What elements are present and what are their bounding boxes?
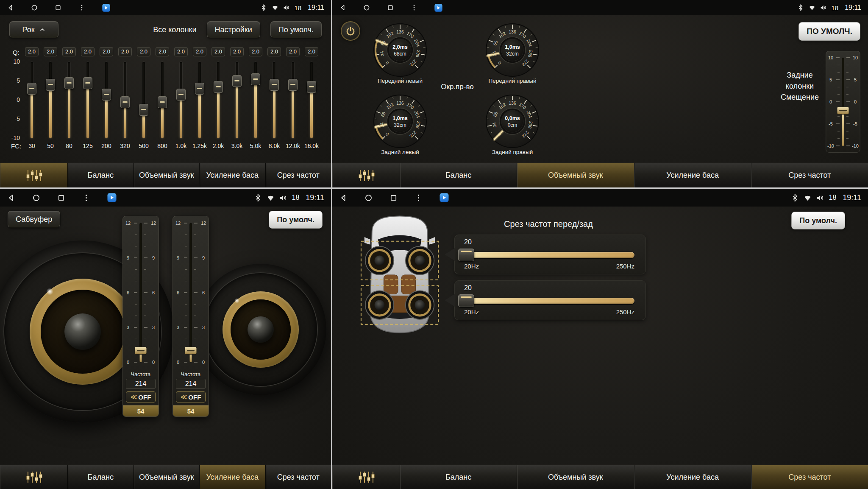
tab-surround-sound[interactable]: Объемный звук — [517, 163, 634, 187]
eq-band-handle[interactable] — [307, 81, 316, 93]
crossover-value: 20 — [464, 238, 472, 246]
tab-equalizer[interactable] — [332, 465, 400, 489]
bluetooth-icon — [797, 4, 804, 11]
menu-dots-icon[interactable] — [410, 4, 418, 11]
subwoofer-off-toggle[interactable]: ≪OFF — [176, 391, 206, 402]
eq-band-handle[interactable] — [288, 79, 298, 91]
nav-back-icon[interactable] — [339, 4, 347, 11]
subwoofer-level-slider[interactable]: 121299663300 — [123, 216, 159, 369]
eq-band-handle[interactable] — [139, 104, 148, 116]
eq-band-handle[interactable] — [27, 83, 36, 95]
slider-scale-label: 6 — [202, 290, 205, 295]
knob-scale-number: 136 — [396, 101, 404, 106]
tab-bass-boost[interactable]: Усиление баса — [200, 465, 266, 489]
eq-freq-label: 30 — [22, 143, 41, 149]
eq-band-fill — [310, 87, 313, 139]
screen-crossover: 1819:11 По умолч. Срез частот перед/зад — [332, 189, 868, 489]
rear-offset-slider-widget[interactable]: 10105500-5-5-10-10 — [826, 51, 860, 153]
eq-band-handle[interactable] — [195, 83, 204, 95]
eq-axis-label: 10 — [0, 58, 20, 65]
tab-crossover[interactable]: Срез частот — [266, 465, 331, 489]
wifi-icon — [808, 4, 816, 11]
delay-knob-dial[interactable]: 034681021361702042382721,0ms32cm — [481, 18, 544, 82]
tab-equalizer[interactable] — [332, 163, 400, 187]
eq-band-handle[interactable] — [46, 79, 55, 91]
eq-band-handle[interactable] — [83, 77, 92, 89]
app-icon[interactable] — [439, 193, 449, 203]
menu-dots-icon[interactable] — [78, 4, 86, 11]
delay-knob-1: 034681021361702042382722,0ms68cmПередний… — [368, 18, 432, 91]
eq-band-handle[interactable] — [102, 89, 111, 101]
eq-freq-label: 320 — [116, 143, 134, 149]
tab-equalizer[interactable] — [0, 465, 68, 489]
tab-bass-boost[interactable]: Усиление баса — [634, 465, 751, 489]
clock-text: 19:11 — [306, 193, 324, 202]
tab-balance[interactable]: Баланс — [400, 163, 517, 187]
crossover-slider-handle[interactable] — [458, 249, 474, 261]
nav-home-icon[interactable] — [31, 4, 38, 11]
nav-back-icon[interactable] — [7, 4, 14, 11]
eq-band-handle[interactable] — [120, 96, 130, 108]
tab-equalizer[interactable] — [0, 163, 68, 187]
slider-scale-label: 3 — [152, 325, 155, 330]
app-icon[interactable] — [434, 3, 443, 12]
nav-home-icon[interactable] — [363, 4, 370, 11]
screen-equalizer: 1819:11 Рок Все колонки Настройки По умо… — [0, 0, 331, 187]
crossover-slider-track[interactable] — [465, 298, 634, 304]
tab-balance[interactable]: Баланс — [68, 163, 134, 187]
menu-dots-icon[interactable] — [414, 193, 423, 202]
slider-scale-label: 0 — [152, 360, 155, 365]
crossover-slider-handle[interactable] — [458, 294, 474, 307]
subwoofer-off-toggle[interactable]: ≪OFF — [126, 391, 156, 402]
eq-freq-label: 16.0k — [302, 143, 321, 149]
nav-recents-icon[interactable] — [57, 193, 66, 202]
delay-knob-dial[interactable]: 034681021361702042382721,0ms32cm — [368, 89, 432, 153]
eq-freq-label: 125 — [78, 143, 97, 149]
eq-axis-label: -5 — [0, 115, 20, 122]
nav-home-icon[interactable] — [32, 193, 41, 202]
volume-icon — [816, 193, 825, 202]
rear-offset-line2: колонки — [765, 81, 835, 92]
nav-recents-icon[interactable] — [387, 4, 394, 11]
app-icon[interactable] — [107, 193, 117, 203]
subwoofer-level-slider[interactable]: 121299663300 — [173, 216, 209, 369]
tab-bass-boost[interactable]: Усиление баса — [200, 163, 266, 187]
volume-icon — [279, 193, 288, 202]
eq-band-handle[interactable] — [176, 89, 186, 101]
eq-band-handle[interactable] — [251, 73, 260, 85]
eq-band-handle[interactable] — [64, 77, 74, 89]
tab-crossover[interactable]: Срез частот — [266, 163, 331, 187]
tab-balance[interactable]: Баланс — [68, 465, 134, 489]
slider-scale-label: -10 — [827, 143, 834, 148]
nav-recents-icon[interactable] — [54, 4, 62, 11]
tab-crossover[interactable]: Срез частот — [751, 163, 868, 187]
tab-surround-sound[interactable]: Объемный звук — [134, 163, 200, 187]
eq-band-handle[interactable] — [270, 79, 279, 91]
equalizer-icon — [356, 470, 376, 484]
eq-freq-label: 80 — [60, 143, 78, 149]
tab-balance[interactable]: Баланс — [400, 465, 517, 489]
knob-scale-number: 34 — [379, 50, 385, 56]
crossover-slider-track[interactable] — [465, 252, 634, 258]
knob-scale-number: 136 — [396, 29, 404, 34]
eq-band-handle[interactable] — [158, 96, 167, 108]
nav-back-icon[interactable] — [339, 193, 348, 202]
tab-crossover[interactable]: Срез частот — [751, 465, 868, 489]
crossover-min-label: 20Hz — [464, 263, 479, 270]
app-icon[interactable] — [102, 3, 111, 12]
tab-surround-sound[interactable]: Объемный звук — [517, 465, 634, 489]
nav-recents-icon[interactable] — [389, 193, 398, 202]
nav-back-icon[interactable] — [7, 193, 16, 202]
nav-home-icon[interactable] — [364, 193, 373, 202]
subwoofer-off-label: OFF — [138, 394, 151, 401]
eq-band-handle[interactable] — [232, 75, 242, 87]
slider-scale-label: 3 — [202, 325, 205, 330]
tab-bass-boost[interactable]: Усиление баса — [634, 163, 751, 187]
tab-surround-sound[interactable]: Объемный звук — [134, 465, 200, 489]
delay-knob-dial[interactable]: 034681021361702042382720,0ms0cm — [481, 89, 544, 153]
delay-knob-3: 034681021361702042382721,0ms32cmЗадний л… — [368, 89, 432, 162]
screen-surround-sound: 1819:11 ПО УМОЛЧ. 0346810213617020423827… — [332, 0, 868, 187]
eq-band-handle[interactable] — [214, 81, 223, 93]
delay-knob-dial[interactable]: 034681021361702042382722,0ms68cm — [368, 18, 432, 82]
menu-dots-icon[interactable] — [82, 193, 91, 202]
